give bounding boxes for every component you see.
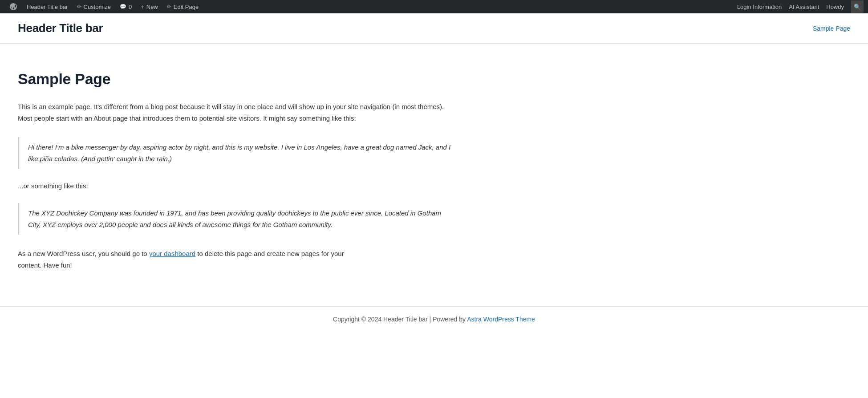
outro-paragraph: As a new WordPress user, you should go t… (18, 248, 356, 271)
customize-label: Customize (84, 4, 111, 10)
admin-bar-left: Header Title bar ✏ Customize 💬 0 + New ✏… (4, 0, 737, 13)
blockquote-2: The XYZ Doohickey Company was founded in… (18, 203, 561, 235)
site-name-label: Header Title bar (27, 4, 68, 10)
ai-assistant-button[interactable]: AI Assistant (789, 4, 819, 10)
customize-button[interactable]: ✏ Customize (73, 0, 115, 13)
login-info-button[interactable]: Login Information (737, 4, 782, 10)
main-content: Sample Page This is an example page. It'… (0, 44, 579, 306)
site-header: Header Title bar Sample Page (0, 13, 868, 44)
customize-icon: ✏ (77, 4, 81, 10)
site-footer: Copyright © 2024 Header Title bar | Powe… (0, 306, 868, 332)
edit-page-label: Edit Page (174, 4, 199, 10)
outro-text-1: As a new WordPress user, you should go t… (18, 250, 149, 257)
theme-link[interactable]: Astra WordPress Theme (467, 316, 535, 323)
new-label: New (146, 4, 158, 10)
site-title: Header Title bar (18, 21, 103, 35)
comment-icon: 💬 (120, 4, 126, 10)
admin-bar-right: Login Information AI Assistant Howdy 🔍 (737, 0, 864, 13)
or-text: ...or something like this: (18, 182, 561, 190)
edit-page-icon: ✏ (167, 4, 171, 10)
footer-text: Copyright © 2024 Header Title bar | Powe… (333, 316, 467, 323)
new-button[interactable]: + New (136, 0, 162, 13)
site-name-button[interactable]: Header Title bar (22, 0, 73, 13)
wordpress-icon (9, 2, 18, 11)
sample-page-nav-link[interactable]: Sample Page (813, 25, 850, 32)
page-intro: This is an example page. It's different … (18, 101, 450, 124)
howdy-button[interactable]: Howdy (826, 4, 844, 10)
blockquote-1: Hi there! I'm a bike messenger by day, a… (18, 137, 561, 169)
wp-logo-button[interactable] (4, 0, 22, 13)
edit-page-button[interactable]: ✏ Edit Page (162, 0, 203, 13)
admin-bar: Header Title bar ✏ Customize 💬 0 + New ✏… (0, 0, 868, 13)
blockquote-1-text: Hi there! I'm a bike messenger by day, a… (28, 142, 451, 164)
comments-count: 0 (129, 4, 132, 10)
page-title: Sample Page (18, 70, 561, 88)
blockquote-2-text: The XYZ Doohickey Company was founded in… (28, 207, 451, 230)
search-button[interactable]: 🔍 (851, 0, 864, 13)
search-icon: 🔍 (854, 4, 861, 10)
dashboard-link[interactable]: your dashboard (149, 250, 195, 257)
comments-button[interactable]: 💬 0 (115, 0, 136, 13)
new-icon: + (141, 4, 144, 10)
site-nav: Sample Page (813, 24, 850, 32)
